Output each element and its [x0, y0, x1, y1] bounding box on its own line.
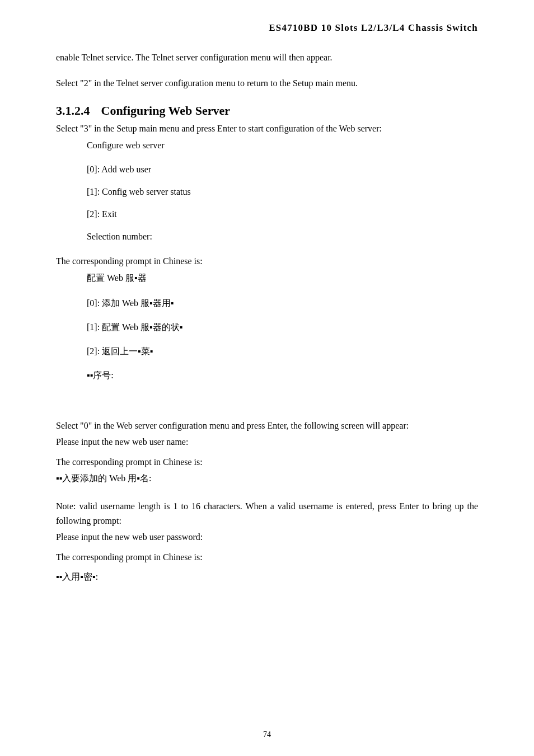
note-description: Note: valid username length is 1 to 16 c… [56, 499, 478, 528]
menu-title-cn: 配置 Web 服▪器 [87, 271, 478, 285]
note-cn-intro: The corresponding prompt in Chinese is: [56, 550, 478, 565]
chinese-intro-1: The corresponding prompt in Chinese is: [56, 254, 478, 269]
section-number: 3.1.2.4 [56, 104, 90, 118]
menu-title-en: Configure web server [87, 138, 478, 153]
section-title: Configuring Web Server [101, 104, 231, 118]
select0-cn-intro: The corresponding prompt in Chinese is: [56, 455, 478, 469]
menu-item-1-en: [1]: Config web server status [87, 187, 478, 197]
menu-prompt-cn: ▪▪序号: [87, 370, 478, 382]
section-description: Select "3" in the Setup main menu and pr… [56, 121, 478, 136]
menu-item-1-cn: [1]: 配置 Web 服▪器的状▪ [87, 322, 478, 334]
menu-item-0-en: [0]: Add web user [87, 165, 478, 175]
intro-line-2: Select "2" in the Telnet server configur… [56, 76, 478, 91]
menu-item-0-cn: [0]: 添加 Web 服▪器用▪ [87, 298, 478, 309]
menu-item-2-en: [2]: Exit [87, 209, 478, 219]
document-header: ES4710BD 10 Slots L2/L3/L4 Chassis Switc… [56, 22, 478, 34]
menu-prompt-en: Selection number: [87, 232, 478, 242]
select0-prompt-cn: ▪▪入要添加的 Web 用▪名: [56, 471, 478, 486]
note-prompt-cn: ▪▪入用▪密▪: [56, 570, 478, 584]
menu-item-2-cn: [2]: 返回上一▪菜▪ [87, 346, 478, 358]
page-number: 74 [0, 730, 534, 739]
intro-line-1: enable Telnet service. The Telnet server… [56, 50, 478, 65]
select0-prompt-en: Please input the new web user name: [56, 435, 478, 449]
section-heading: 3.1.2.4Configuring Web Server [56, 104, 478, 118]
menu-chinese: 配置 Web 服▪器 [0]: 添加 Web 服▪器用▪ [1]: 配置 Web… [87, 271, 478, 382]
menu-english: Configure web server [0]: Add web user [… [87, 138, 478, 242]
note-prompt-en: Please input the new web user password: [56, 530, 478, 544]
select0-description: Select "0" in the Web server configurati… [56, 419, 478, 433]
page-container: ES4710BD 10 Slots L2/L3/L4 Chassis Switc… [0, 0, 534, 756]
